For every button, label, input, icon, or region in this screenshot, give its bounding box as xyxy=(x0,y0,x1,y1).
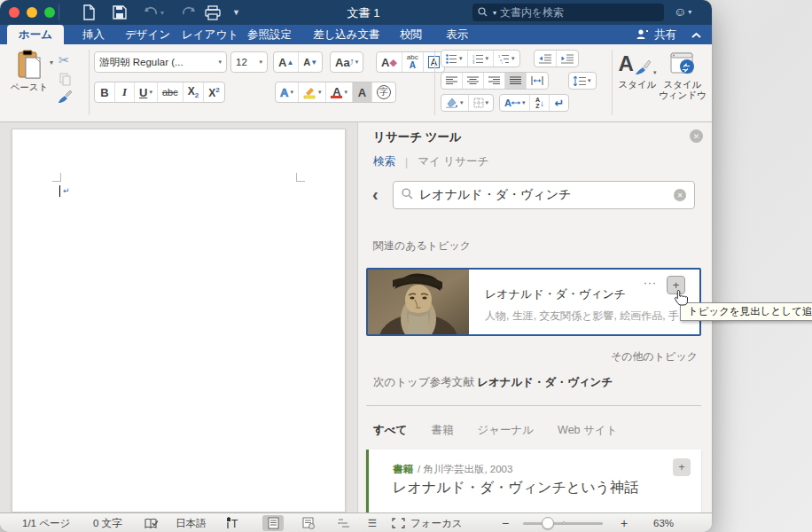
justify-button[interactable] xyxy=(504,73,526,89)
font-size-select[interactable]: 12▾ xyxy=(230,51,268,73)
zoom-in-button[interactable]: + xyxy=(621,513,628,532)
research-search-input[interactable] xyxy=(419,188,668,202)
zoom-slider-knob[interactable] xyxy=(542,517,554,529)
spellcheck-icon[interactable] xyxy=(144,513,159,532)
italic-button[interactable]: I xyxy=(114,82,134,102)
search-scope-chevron-icon[interactable]: ▾ xyxy=(493,9,496,17)
document-page[interactable]: ↵ xyxy=(12,129,346,512)
shrink-font-button[interactable]: A▼ xyxy=(298,52,322,72)
document-area[interactable]: ↵ xyxy=(0,122,357,512)
enclose-characters-button[interactable]: 字 xyxy=(371,82,395,102)
highlight-button[interactable]: ▾ xyxy=(298,82,326,102)
align-right-button[interactable] xyxy=(483,73,504,89)
style-window-label: スタイル ウィンドウ xyxy=(658,79,707,100)
share-button[interactable]: 共有 xyxy=(636,25,676,44)
clear-formatting-button[interactable]: A◆ xyxy=(377,52,402,72)
style-window-button[interactable]: スタイル ウィンドウ xyxy=(658,51,707,100)
close-pane-icon[interactable]: ✕ xyxy=(690,129,703,143)
cut-icon[interactable]: ✂ xyxy=(59,51,70,69)
paste-button[interactable]: ペースト xyxy=(9,50,50,94)
fit-text-button[interactable]: A ▾ xyxy=(500,95,529,111)
ribbon: ペースト ▾ ✂ クリップボード 游明朝 Regular (...▾ 12▾ A… xyxy=(0,44,712,122)
zoom-window-button[interactable] xyxy=(44,7,55,18)
save-icon[interactable] xyxy=(113,4,127,21)
grow-font-button[interactable]: A▲ xyxy=(274,52,298,72)
bold-button[interactable]: B xyxy=(95,82,114,102)
distribute-text-button[interactable] xyxy=(526,73,548,89)
format-painter-icon[interactable] xyxy=(57,88,73,106)
phonetic-guide-button[interactable]: abcA xyxy=(402,52,423,72)
new-document-icon[interactable] xyxy=(82,4,96,21)
align-center-button[interactable] xyxy=(462,73,483,89)
tab-mailings[interactable]: 差し込み文書 xyxy=(301,25,392,44)
filter-tab-all[interactable]: すべて xyxy=(373,423,407,438)
numbering-button[interactable]: 123▾ xyxy=(467,51,494,66)
kerning-icon[interactable]: T xyxy=(226,513,239,532)
styles-button[interactable]: A ▾ スタイル xyxy=(615,51,660,91)
pane-tab-search[interactable]: 検索 xyxy=(373,154,395,169)
print-layout-view-button[interactable] xyxy=(262,515,284,531)
title-bar: ▾ ▼ 文書 1 ▾ ☺▾ xyxy=(0,0,712,25)
focus-mode-icon[interactable] xyxy=(392,513,405,532)
tab-view[interactable]: 表示 xyxy=(434,25,480,44)
borders-button[interactable]: ▾ xyxy=(468,95,494,111)
zoom-out-button[interactable]: − xyxy=(502,513,509,532)
filter-tab-books[interactable]: 書籍 xyxy=(431,423,453,438)
minimize-window-button[interactable] xyxy=(27,7,37,18)
topic-more-icon[interactable]: ··· xyxy=(644,277,657,289)
book-result-card[interactable]: 書籍 / 角川学芸出版, 2003 レオナルド・ダ・ヴィンチという神話 + xyxy=(366,450,701,512)
decrease-indent-button[interactable] xyxy=(535,51,556,66)
copy-icon[interactable] xyxy=(59,70,71,88)
collapse-ribbon-chevron-icon[interactable] xyxy=(691,27,701,43)
multilevel-list-button[interactable]: 1ai▾ xyxy=(493,51,519,66)
tab-insert[interactable]: 挿入 xyxy=(71,25,116,44)
document-search-field[interactable]: ▾ xyxy=(472,4,664,21)
language-indicator[interactable]: 日本語 xyxy=(176,513,207,532)
draft-view-button[interactable]: ☰ xyxy=(362,515,383,531)
font-name-select[interactable]: 游明朝 Regular (...▾ xyxy=(94,51,227,73)
align-left-button[interactable] xyxy=(441,73,462,89)
titlebar-divider xyxy=(59,4,59,20)
filter-tab-journals[interactable]: ジャーナル xyxy=(477,423,534,438)
filter-tab-websites[interactable]: Web サイト xyxy=(558,423,617,438)
back-chevron-icon[interactable]: ‹ xyxy=(372,186,379,202)
text-effects-button[interactable]: A▾ xyxy=(276,82,298,102)
font-color-button[interactable]: A▾ xyxy=(325,82,352,102)
research-search-field[interactable]: ✕ xyxy=(393,181,695,209)
topic-title: レオナルド・ダ・ヴィンチ xyxy=(485,286,626,302)
tab-review[interactable]: 校閲 xyxy=(388,25,433,44)
underline-button[interactable]: U▾ xyxy=(134,82,157,102)
tab-home[interactable]: ホーム xyxy=(7,25,64,44)
shading-button[interactable]: ▾ xyxy=(441,95,468,111)
show-paragraph-marks-button[interactable]: ↵ xyxy=(549,95,568,111)
web-layout-view-button[interactable] xyxy=(298,515,319,531)
focus-mode-label[interactable]: フォーカス xyxy=(410,513,463,532)
topic-card[interactable]: レオナルド・ダ・ヴィンチ 人物, 生涯, 交友関係と影響, 絵画作品, 手...… xyxy=(366,268,701,336)
redo-icon[interactable] xyxy=(181,4,196,21)
feedback-smiley-icon[interactable]: ☺▾ xyxy=(674,4,691,19)
pane-tab-my-research[interactable]: マイ リサーチ xyxy=(418,154,488,169)
change-case-button[interactable]: Aa⤴▾ xyxy=(331,52,363,72)
increase-indent-button[interactable] xyxy=(556,51,578,66)
clear-search-icon[interactable]: ✕ xyxy=(674,189,686,201)
close-window-button[interactable] xyxy=(9,7,20,18)
document-search-input[interactable] xyxy=(500,6,659,19)
paste-dropdown-chevron-icon[interactable]: ▾ xyxy=(50,59,53,66)
sort-button[interactable]: AZ↓ xyxy=(529,95,549,111)
toolbar-options-chevron-icon[interactable]: ▼ xyxy=(232,4,240,21)
superscript-button[interactable]: X2 xyxy=(203,82,223,102)
book-add-button[interactable]: + xyxy=(673,458,691,476)
word-count[interactable]: 0 文字 xyxy=(93,513,122,532)
line-spacing-button[interactable]: ▾ xyxy=(569,73,596,89)
more-topics-link[interactable]: その他のトピック xyxy=(611,349,698,364)
page-count[interactable]: 1/1 ページ xyxy=(22,513,70,532)
bullets-button[interactable]: ▾ xyxy=(441,51,467,66)
outline-view-button[interactable] xyxy=(333,515,355,531)
subscript-button[interactable]: X2 xyxy=(183,82,203,102)
strikethrough-button[interactable]: abc xyxy=(157,82,183,102)
print-icon[interactable] xyxy=(205,4,221,21)
zoom-percentage[interactable]: 63% xyxy=(653,513,674,532)
undo-icon[interactable]: ▾ xyxy=(144,4,164,21)
tab-references[interactable]: 参照設定 xyxy=(236,25,303,44)
character-shading-button[interactable]: A xyxy=(352,82,371,102)
